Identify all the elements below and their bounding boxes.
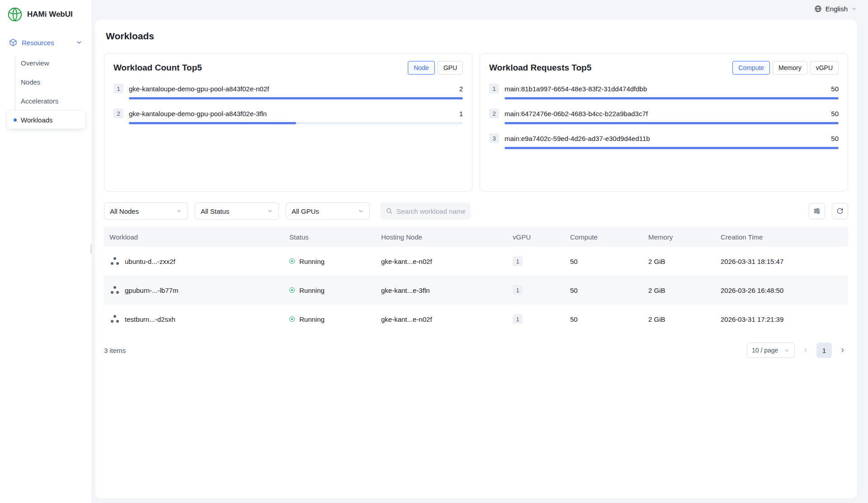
card-title: Workload Count Top5 — [113, 63, 202, 73]
table-row[interactable]: gpuburn-...-lb77m Running gke-kant...e-3… — [104, 276, 848, 305]
toggle-vgpu[interactable]: vGPU — [810, 61, 839, 75]
rank-badge: 1 — [489, 84, 499, 94]
top5-row: 1 main:81b1a997-6654-48e3-83f2-31dd474df… — [489, 84, 839, 99]
progress-fill — [505, 97, 839, 99]
rank-label: gke-kantaloupe-demo-gpu-pool-a843f02e-n0… — [129, 85, 454, 93]
toggle-compute[interactable]: Compute — [732, 61, 770, 75]
display-settings-button[interactable] — [809, 203, 825, 219]
page-number-button[interactable]: 1 — [816, 343, 832, 358]
status-filter-select[interactable]: All Status — [195, 202, 279, 220]
creation-time: 2026-03-31 17:21:39 — [715, 315, 848, 323]
sidebar-item-overview[interactable]: Overview — [7, 54, 85, 72]
hosting-node: gke-kant...e-n02f — [376, 258, 507, 265]
language-selector[interactable]: English — [814, 5, 857, 13]
page-title: Workloads — [106, 31, 848, 42]
workload-icon — [109, 256, 120, 267]
memory-value: 2 GiB — [643, 315, 715, 323]
select-value: All Nodes — [110, 207, 139, 215]
refresh-icon — [836, 207, 844, 215]
sidebar-item-nodes[interactable]: Nodes — [7, 73, 85, 91]
progress-fill — [505, 122, 839, 124]
display-settings-icon — [813, 207, 821, 215]
progress-track — [505, 97, 839, 99]
top5-row: 2 gke-kantaloupe-demo-gpu-pool-a843f02e-… — [113, 108, 463, 124]
workload-search[interactable] — [380, 202, 471, 220]
node-filter-select[interactable]: All Nodes — [104, 202, 188, 220]
sidebar-item-accelerators[interactable]: Accelerators — [7, 92, 85, 110]
pagination: 10 / page 1 — [747, 343, 848, 358]
column-header: Hosting Node — [376, 233, 507, 241]
next-page-button[interactable] — [837, 345, 848, 356]
table-row[interactable]: testburn...-d2sxh Running gke-kant...e-n… — [104, 305, 848, 334]
sidebar-item-workloads[interactable]: Workloads — [7, 111, 85, 129]
column-header: Workload — [104, 233, 284, 241]
column-header: Creation Time — [715, 233, 848, 241]
chevron-down-icon — [358, 208, 364, 214]
table-footer: 3 items 10 / page 1 — [104, 343, 848, 358]
column-header: vGPU — [507, 233, 565, 241]
compute-value: 50 — [565, 315, 643, 323]
workload-icon — [109, 285, 120, 296]
globe-icon — [814, 5, 822, 13]
chevron-down-icon — [267, 208, 273, 214]
table-header: Workload Status Hosting Node vGPU Comput… — [104, 227, 848, 247]
card-title: Workload Requests Top5 — [489, 63, 591, 73]
vgpu-badge: 1 — [513, 256, 523, 266]
rank-value: 1 — [459, 110, 463, 118]
toggle-memory[interactable]: Memory — [773, 61, 807, 75]
resources-icon — [9, 38, 17, 47]
sidebar-collapse-handle[interactable] — [90, 244, 92, 254]
search-input[interactable] — [396, 207, 465, 215]
rank-value: 50 — [831, 135, 839, 142]
chevron-right-icon — [840, 347, 846, 353]
status-label: Running — [299, 287, 325, 294]
compute-value: 50 — [565, 287, 643, 294]
column-header: Status — [284, 233, 376, 241]
sidebar-item-label: Nodes — [21, 78, 40, 86]
table-row[interactable]: ubuntu-d...-zxx2f Running gke-kant...e-n… — [104, 247, 848, 276]
sidebar-item-label: Overview — [21, 59, 49, 67]
memory-value: 2 GiB — [643, 287, 715, 294]
status-label: Running — [299, 315, 325, 323]
sidebar-item-label: Workloads — [21, 116, 53, 124]
rank-label: main:81b1a997-6654-48e3-83f2-31dd474dfdb… — [505, 85, 826, 93]
rank-label: gke-kantaloupe-demo-gpu-pool-a843f02e-3f… — [129, 110, 454, 118]
app-title: HAMi WebUI — [27, 10, 73, 19]
workload-icon — [109, 314, 120, 324]
column-header: Compute — [565, 233, 643, 241]
requests-toggle-group: Compute Memory vGPU — [732, 61, 839, 75]
toggle-gpu[interactable]: GPU — [438, 61, 463, 75]
status-dot-icon — [289, 287, 295, 293]
refresh-button[interactable] — [832, 203, 848, 219]
select-value: All Status — [201, 207, 229, 215]
language-label: English — [826, 5, 848, 13]
gpu-filter-select[interactable]: All GPUs — [286, 202, 370, 220]
rank-label: main:6472476e-06b2-4683-b4cc-b22a9bad3c7… — [505, 110, 826, 118]
rank-value: 2 — [459, 85, 463, 93]
status-dot-icon — [289, 259, 295, 264]
top5-row: 3 main:e9a7402c-59ed-4d26-ad37-e30d9d4ed… — [489, 133, 839, 149]
sidebar-item-label: Accelerators — [21, 97, 58, 105]
compute-value: 50 — [565, 258, 643, 265]
workloads-table: Workload Status Hosting Node vGPU Comput… — [104, 227, 848, 334]
progress-fill — [129, 122, 296, 124]
count-toggle-group: Node GPU — [408, 61, 463, 75]
prev-page-button[interactable] — [800, 345, 811, 356]
top5-row: 1 gke-kantaloupe-demo-gpu-pool-a843f02e-… — [113, 84, 463, 99]
chevron-down-icon — [76, 39, 82, 46]
rank-badge: 2 — [489, 108, 499, 118]
status-dot-icon — [289, 316, 295, 322]
resources-label: Resources — [22, 39, 54, 47]
rank-label: main:e9a7402c-59ed-4d26-ad37-e30d9d4ed11… — [505, 135, 826, 142]
sidebar-item-resources[interactable]: Resources — [5, 33, 87, 52]
items-count: 3 items — [104, 347, 126, 354]
sidebar: HAMi WebUI Resources Overview Nodes Acce… — [0, 0, 91, 503]
top-cards: Workload Count Top5 Node GPU 1 gke-kanta… — [104, 53, 848, 192]
rank-value: 50 — [831, 85, 839, 93]
page-size-value: 10 / page — [752, 347, 778, 354]
page-size-select[interactable]: 10 / page — [747, 343, 795, 358]
workload-name: ubuntu-d...-zxx2f — [125, 258, 175, 265]
toggle-node[interactable]: Node — [408, 61, 434, 75]
column-header: Memory — [643, 233, 715, 241]
rank-badge: 1 — [113, 84, 123, 94]
